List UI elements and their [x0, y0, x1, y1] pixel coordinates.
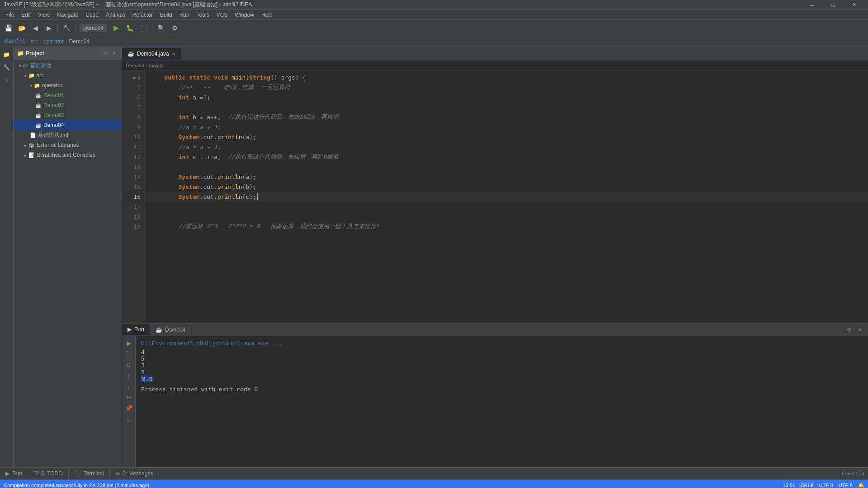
- code-content[interactable]: public static void main ( String [] args…: [145, 70, 868, 323]
- project-panel-title: Project: [26, 50, 44, 56]
- tree-item-demo03[interactable]: ☕ Demo03: [14, 110, 122, 120]
- lower-tab-messages[interactable]: ✉ 0: Messages: [110, 467, 159, 480]
- bottom-tab-bar: ▶ Run ☕ Demo04 ⚙ ✕: [122, 324, 868, 336]
- tree-icon-demo03: ☕: [35, 113, 42, 118]
- status-notifications[interactable]: 🔔: [858, 483, 864, 488]
- menu-tools[interactable]: Tools: [193, 11, 213, 19]
- settings-btn[interactable]: ⚙: [168, 22, 181, 34]
- breadcrumb-item-2[interactable]: src: [31, 38, 38, 45]
- menu-window[interactable]: Window: [231, 11, 258, 19]
- code-line-9: //a = a + 1;: [145, 122, 868, 132]
- tree-item-root[interactable]: ▾ 🗂 基础语法: [14, 61, 122, 70]
- panel-settings-btn[interactable]: ⚙: [844, 325, 854, 334]
- tree-label-demo04: Demo04: [43, 122, 64, 128]
- menu-run[interactable]: Run: [176, 11, 193, 19]
- run-prev-btn[interactable]: ↑: [124, 371, 134, 380]
- menu-help[interactable]: Help: [258, 11, 276, 19]
- menu-vcs[interactable]: VCS: [213, 11, 231, 19]
- run-gutter-icon[interactable]: ▶: [133, 75, 136, 80]
- tree-arrow-operator: ▾: [30, 83, 32, 88]
- lower-tab-run[interactable]: ▶ Run: [0, 467, 28, 480]
- structure-icon-btn[interactable]: 🔧: [1, 61, 13, 73]
- lower-tab-terminal[interactable]: ⬛ Terminal: [69, 467, 110, 480]
- run-panel: ▶ ⬛ ↺ ↑ ↓ ↩ 📌 ✕ D:\Environment\jdk8\jdk\…: [122, 336, 868, 467]
- lower-todo-label: 6: TODO: [41, 470, 63, 477]
- run-sidebar: ▶ ⬛ ↺ ↑ ↓ ↩ 📌 ✕: [122, 336, 136, 467]
- breadcrumb-sep-3: ›: [66, 38, 67, 45]
- debug-button[interactable]: 🐛: [123, 22, 136, 34]
- line-num-11: 11: [122, 142, 144, 152]
- toolbar-back-btn[interactable]: ◀: [29, 22, 42, 34]
- run-softrap-btn[interactable]: ↩: [124, 392, 134, 402]
- menu-file[interactable]: File: [2, 11, 18, 19]
- toolbar-forward-btn[interactable]: ▶: [42, 22, 55, 34]
- tree-label-extlibs: External Libraries: [37, 142, 79, 148]
- toolbar-sep-3: [152, 23, 152, 33]
- minimize-button[interactable]: —: [802, 0, 822, 10]
- run-clear-btn[interactable]: ✕: [124, 416, 134, 426]
- tree-item-demo02[interactable]: ☕ Demo02: [14, 100, 122, 110]
- code-editor[interactable]: ▶4 5 6 7 8 9 10 11 12 13 14 15 16 17 18 …: [122, 70, 868, 323]
- run-rerun-btn[interactable]: ↺: [124, 360, 134, 370]
- lower-tab-todo[interactable]: ☑ 6: TODO: [28, 467, 69, 480]
- menu-edit[interactable]: Edit: [18, 11, 34, 19]
- status-indent: UTF-8: [839, 483, 853, 488]
- project-icon-btn[interactable]: 📁: [1, 49, 13, 61]
- favorites-icon-btn[interactable]: ☆: [1, 74, 13, 86]
- run-output-line-3: 3: [141, 362, 863, 369]
- status-position[interactable]: 16:51: [783, 483, 795, 488]
- tree-item-iml[interactable]: 📄 基础语法.iml: [14, 130, 122, 140]
- tree-icon-iml: 📄: [30, 132, 36, 138]
- status-bar-right: 16:51 CRLF UTF-8 UTF-8 🔔: [783, 483, 864, 488]
- run-pin-btn[interactable]: 📌: [124, 403, 134, 413]
- tab-label-demo04: Demo04.java: [137, 51, 169, 57]
- tree-arrow-scratches: ▸: [24, 153, 27, 158]
- breadcrumb-sep-2: ›: [40, 38, 42, 45]
- event-log-label[interactable]: Event Log: [842, 471, 864, 476]
- line-num-18: 18: [122, 211, 144, 221]
- code-line-19: //幂运算 2^3 2*2*2 = 8 很多运算，我们会使用一些工具类来操作!: [145, 221, 868, 231]
- breadcrumb-sep-1: ›: [27, 38, 29, 45]
- run-next-btn[interactable]: ↓: [124, 381, 134, 391]
- panel-close-btn[interactable]: ✕: [855, 325, 864, 334]
- toolbar-save-btn[interactable]: 💾: [2, 22, 14, 34]
- bottom-tab-demo04[interactable]: ☕ Demo04: [150, 324, 191, 336]
- menu-view[interactable]: View: [34, 11, 53, 19]
- close-button[interactable]: ✕: [844, 0, 864, 10]
- menu-refactor[interactable]: Refactor: [129, 11, 156, 19]
- project-settings-btn[interactable]: ⚙: [101, 49, 109, 57]
- run-play-btn[interactable]: ▶: [124, 338, 134, 348]
- menu-build[interactable]: Build: [156, 11, 176, 19]
- tree-item-extlibs[interactable]: ▸ 📚 External Libraries: [14, 140, 122, 150]
- tab-close-demo04[interactable]: ✕: [172, 52, 175, 56]
- tree-item-operator[interactable]: ▾ 📁 operator: [14, 80, 122, 90]
- line-num-5: 5: [122, 82, 144, 92]
- editor-area: ☕ Demo04.java ✕ Demo04 › main() ▶4 5 6 7…: [122, 47, 868, 467]
- code-line-6: int a = 3 ;: [145, 92, 868, 102]
- run-stop-btn[interactable]: ⬛: [124, 349, 134, 359]
- breadcrumb-item-1[interactable]: 基础语法: [4, 38, 25, 45]
- tree-item-scratches[interactable]: ▸ 📝 Scratches and Consoles: [14, 150, 122, 160]
- run-num-3: 3: [141, 362, 145, 369]
- search-everywhere-btn[interactable]: 🔍: [155, 22, 167, 34]
- status-encoding[interactable]: UTF-8: [819, 483, 833, 488]
- tree-icon-demo01: ☕: [35, 93, 42, 99]
- menu-analyze[interactable]: Analyze: [102, 11, 129, 19]
- toolbar-open-btn[interactable]: 📂: [15, 22, 28, 34]
- bottom-tab-run[interactable]: ▶ Run: [122, 324, 150, 336]
- stop-button[interactable]: ⬛: [137, 22, 150, 34]
- toolbar-build-btn[interactable]: 🔨: [60, 22, 73, 34]
- side-icon-panel: 📁 🔧 ☆: [0, 47, 14, 467]
- menu-code[interactable]: Code: [82, 11, 102, 19]
- editor-tab-demo04[interactable]: ☕ Demo04.java ✕: [122, 47, 181, 60]
- tree-item-demo04[interactable]: ☕ Demo04: [14, 120, 122, 130]
- tree-item-src[interactable]: ▾ 📁 src: [14, 70, 122, 80]
- project-close-btn[interactable]: ✕: [110, 49, 118, 57]
- menu-navigate[interactable]: Navigate: [53, 11, 82, 19]
- maximize-button[interactable]: □: [823, 0, 843, 10]
- tree-item-demo01[interactable]: ☕ Demo01: [14, 90, 122, 100]
- line-num-19: 19: [122, 221, 144, 231]
- breadcrumb-item-3[interactable]: operator: [43, 38, 64, 45]
- run-button[interactable]: ▶: [110, 22, 123, 34]
- status-line-ending[interactable]: CRLF: [801, 483, 814, 488]
